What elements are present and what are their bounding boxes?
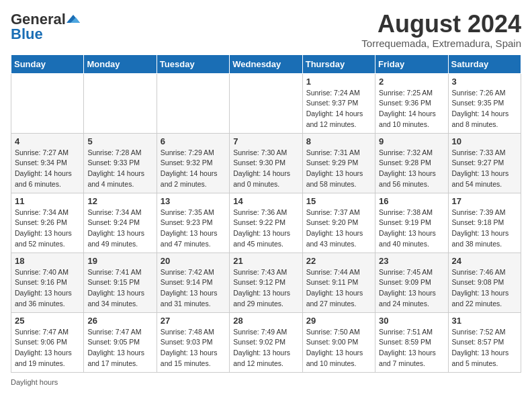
day-number: 14: [233, 196, 298, 206]
day-number: 23: [379, 256, 444, 266]
calendar-cell: 15Sunrise: 7:37 AMSunset: 9:20 PMDayligh…: [302, 193, 375, 253]
calendar-cell: 31Sunrise: 7:52 AMSunset: 8:57 PMDayligh…: [448, 312, 521, 372]
day-info: Sunrise: 7:28 AMSunset: 9:33 PMDaylight:…: [87, 148, 152, 190]
calendar-cell: 8Sunrise: 7:31 AMSunset: 9:29 PMDaylight…: [302, 133, 375, 193]
day-number: 16: [379, 196, 444, 206]
day-info: Sunrise: 7:29 AMSunset: 9:32 PMDaylight:…: [161, 148, 226, 190]
day-info: Sunrise: 7:26 AMSunset: 9:35 PMDaylight:…: [452, 88, 517, 130]
calendar-cell: 4Sunrise: 7:27 AMSunset: 9:34 PMDaylight…: [11, 133, 84, 193]
main-title: August 2024: [361, 11, 521, 38]
calendar-cell: 20Sunrise: 7:42 AMSunset: 9:14 PMDayligh…: [157, 253, 229, 312]
day-number: 1: [306, 77, 371, 87]
calendar-cell: 30Sunrise: 7:51 AMSunset: 8:59 PMDayligh…: [375, 312, 448, 372]
day-info: Sunrise: 7:37 AMSunset: 9:20 PMDaylight:…: [306, 208, 371, 250]
column-header-saturday: Saturday: [448, 54, 521, 73]
column-header-wednesday: Wednesday: [230, 54, 302, 73]
calendar: SundayMondayTuesdayWednesdayThursdayFrid…: [11, 54, 521, 373]
logo: General Blue: [11, 11, 80, 43]
calendar-cell: 22Sunrise: 7:44 AMSunset: 9:11 PMDayligh…: [302, 253, 375, 312]
calendar-cell: 11Sunrise: 7:34 AMSunset: 9:26 PMDayligh…: [11, 193, 84, 253]
day-info: Sunrise: 7:48 AMSunset: 9:03 PMDaylight:…: [161, 327, 226, 369]
calendar-cell: [84, 73, 157, 133]
day-number: 31: [452, 316, 517, 326]
calendar-cell: 14Sunrise: 7:36 AMSunset: 9:22 PMDayligh…: [230, 193, 302, 253]
header: General Blue August 2024 Torrequemada, E…: [11, 11, 521, 49]
column-header-monday: Monday: [84, 54, 157, 73]
day-info: Sunrise: 7:51 AMSunset: 8:59 PMDaylight:…: [379, 327, 444, 369]
day-number: 6: [161, 136, 226, 146]
day-number: 20: [161, 256, 226, 266]
day-info: Sunrise: 7:33 AMSunset: 9:27 PMDaylight:…: [452, 148, 517, 190]
calendar-cell: 3Sunrise: 7:26 AMSunset: 9:35 PMDaylight…: [448, 73, 521, 133]
day-number: 15: [306, 196, 371, 206]
column-header-sunday: Sunday: [11, 54, 84, 73]
day-number: 21: [233, 256, 298, 266]
calendar-cell: 7Sunrise: 7:30 AMSunset: 9:30 PMDaylight…: [230, 133, 302, 193]
day-info: Sunrise: 7:49 AMSunset: 9:02 PMDaylight:…: [233, 327, 298, 369]
calendar-week-3: 11Sunrise: 7:34 AMSunset: 9:26 PMDayligh…: [11, 193, 521, 253]
calendar-week-1: 1Sunrise: 7:24 AMSunset: 9:37 PMDaylight…: [11, 73, 521, 133]
logo-blue: Blue: [11, 26, 43, 43]
calendar-cell: 29Sunrise: 7:50 AMSunset: 9:00 PMDayligh…: [302, 312, 375, 372]
day-info: Sunrise: 7:39 AMSunset: 9:18 PMDaylight:…: [452, 208, 517, 250]
day-info: Sunrise: 7:52 AMSunset: 8:57 PMDaylight:…: [452, 327, 517, 369]
calendar-cell: 18Sunrise: 7:40 AMSunset: 9:16 PMDayligh…: [11, 253, 84, 312]
calendar-cell: 10Sunrise: 7:33 AMSunset: 9:27 PMDayligh…: [448, 133, 521, 193]
day-info: Sunrise: 7:24 AMSunset: 9:37 PMDaylight:…: [306, 88, 371, 130]
day-number: 30: [379, 316, 444, 326]
day-number: 12: [87, 196, 152, 206]
day-info: Sunrise: 7:36 AMSunset: 9:22 PMDaylight:…: [233, 208, 298, 250]
day-number: 11: [15, 196, 80, 206]
calendar-cell: [157, 73, 229, 133]
day-info: Sunrise: 7:47 AMSunset: 9:06 PMDaylight:…: [15, 327, 80, 369]
day-info: Sunrise: 7:42 AMSunset: 9:14 PMDaylight:…: [161, 267, 226, 310]
day-number: 18: [15, 256, 80, 266]
day-number: 17: [452, 196, 517, 206]
calendar-cell: 6Sunrise: 7:29 AMSunset: 9:32 PMDaylight…: [157, 133, 229, 193]
day-number: 29: [306, 316, 371, 326]
day-info: Sunrise: 7:45 AMSunset: 9:09 PMDaylight:…: [379, 267, 444, 310]
column-header-thursday: Thursday: [302, 54, 375, 73]
day-number: 28: [233, 316, 298, 326]
calendar-cell: 27Sunrise: 7:48 AMSunset: 9:03 PMDayligh…: [157, 312, 229, 372]
calendar-week-2: 4Sunrise: 7:27 AMSunset: 9:34 PMDaylight…: [11, 133, 521, 193]
day-info: Sunrise: 7:41 AMSunset: 9:15 PMDaylight:…: [87, 267, 152, 310]
day-number: 7: [233, 136, 298, 146]
calendar-cell: 16Sunrise: 7:38 AMSunset: 9:19 PMDayligh…: [375, 193, 448, 253]
day-number: 26: [87, 316, 152, 326]
calendar-cell: [11, 73, 84, 133]
day-number: 3: [452, 77, 517, 87]
calendar-cell: 21Sunrise: 7:43 AMSunset: 9:12 PMDayligh…: [230, 253, 302, 312]
day-info: Sunrise: 7:27 AMSunset: 9:34 PMDaylight:…: [15, 148, 80, 190]
column-header-friday: Friday: [375, 54, 448, 73]
calendar-cell: 23Sunrise: 7:45 AMSunset: 9:09 PMDayligh…: [375, 253, 448, 312]
calendar-cell: 28Sunrise: 7:49 AMSunset: 9:02 PMDayligh…: [230, 312, 302, 372]
day-info: Sunrise: 7:32 AMSunset: 9:28 PMDaylight:…: [379, 148, 444, 190]
day-info: Sunrise: 7:44 AMSunset: 9:11 PMDaylight:…: [306, 267, 371, 310]
day-info: Sunrise: 7:40 AMSunset: 9:16 PMDaylight:…: [15, 267, 80, 310]
day-info: Sunrise: 7:38 AMSunset: 9:19 PMDaylight:…: [379, 208, 444, 250]
day-number: 24: [452, 256, 517, 266]
calendar-week-5: 25Sunrise: 7:47 AMSunset: 9:06 PMDayligh…: [11, 312, 521, 372]
day-info: Sunrise: 7:34 AMSunset: 9:24 PMDaylight:…: [87, 208, 152, 250]
calendar-cell: 13Sunrise: 7:35 AMSunset: 9:23 PMDayligh…: [157, 193, 229, 253]
calendar-cell: 19Sunrise: 7:41 AMSunset: 9:15 PMDayligh…: [84, 253, 157, 312]
calendar-cell: 2Sunrise: 7:25 AMSunset: 9:36 PMDaylight…: [375, 73, 448, 133]
day-number: 4: [15, 136, 80, 146]
calendar-week-4: 18Sunrise: 7:40 AMSunset: 9:16 PMDayligh…: [11, 253, 521, 312]
day-info: Sunrise: 7:30 AMSunset: 9:30 PMDaylight:…: [233, 148, 298, 190]
column-header-tuesday: Tuesday: [157, 54, 229, 73]
calendar-cell: 24Sunrise: 7:46 AMSunset: 9:08 PMDayligh…: [448, 253, 521, 312]
day-number: 13: [161, 196, 226, 206]
day-info: Sunrise: 7:50 AMSunset: 9:00 PMDaylight:…: [306, 327, 371, 369]
day-number: 9: [379, 136, 444, 146]
calendar-cell: [230, 73, 302, 133]
calendar-cell: 26Sunrise: 7:47 AMSunset: 9:05 PMDayligh…: [84, 312, 157, 372]
title-area: August 2024 Torrequemada, Extremadura, S…: [361, 11, 521, 49]
day-number: 2: [379, 77, 444, 87]
day-number: 5: [87, 136, 152, 146]
calendar-cell: 12Sunrise: 7:34 AMSunset: 9:24 PMDayligh…: [84, 193, 157, 253]
calendar-cell: 25Sunrise: 7:47 AMSunset: 9:06 PMDayligh…: [11, 312, 84, 372]
day-info: Sunrise: 7:47 AMSunset: 9:05 PMDaylight:…: [87, 327, 152, 369]
day-number: 22: [306, 256, 371, 266]
